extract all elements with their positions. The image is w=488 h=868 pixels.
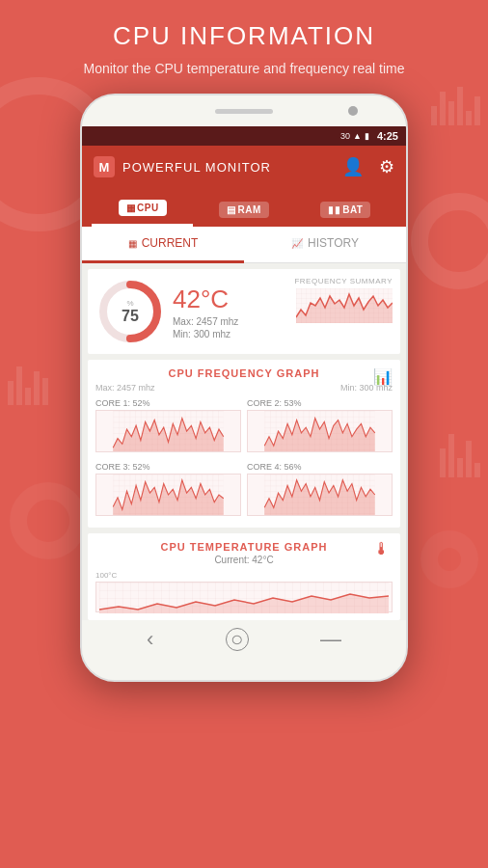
frequency-summary: FREQUENCY SUMMARY [294, 277, 393, 327]
temp-section: CPU TEMPERATURE GRAPH 🌡 Current: 42°C 10… [88, 533, 400, 620]
frequency-mini-chart [296, 288, 393, 323]
temp-current-label: Current: 42°C [95, 555, 393, 565]
tab-ram[interactable]: ▤ RAM [193, 192, 294, 227]
core3-chart: CORE 3: 52% [95, 462, 241, 520]
core4-svg [247, 474, 393, 516]
freq-max-label: Max: 2457 mhz [95, 383, 155, 393]
freq-graph-icon: 📊 [373, 367, 393, 386]
ram-tab-label: ▤ RAM [219, 202, 269, 218]
phone-nav-bar: ‹ ○ — [82, 620, 406, 659]
view-tabs: ▦ CURRENT 📈 HISTORY [82, 227, 406, 263]
temp-svg [96, 583, 392, 613]
cpu-freq-title: CPU FREQUENCY GRAPH [95, 367, 393, 379]
menu-button[interactable]: — [320, 627, 341, 652]
core1-label: CORE 1: 52% [95, 398, 241, 408]
freq-summary-label: FREQUENCY SUMMARY [294, 277, 393, 285]
settings-icon[interactable]: ⚙ [379, 156, 394, 177]
percent-label: % [122, 299, 139, 308]
tab-history[interactable]: 📈 HISTORY [244, 227, 406, 263]
core4-label: CORE 4: 56% [247, 462, 393, 472]
temp-axis-label: 100°C [95, 571, 393, 580]
core3-svg [95, 474, 241, 516]
min-freq: Min: 300 mhz [173, 329, 391, 339]
cpu-tab-label: ▦ CPU [119, 200, 167, 216]
tab-battery[interactable]: ▮▮ BAT [295, 192, 396, 227]
donut-chart: % 75 [97, 279, 163, 344]
freq-subtitle: Max: 2457 mhz Min: 300 mhz [95, 383, 393, 393]
tab-cpu[interactable]: ▦ CPU [92, 192, 193, 227]
core4-chart: CORE 4: 56% [247, 462, 393, 520]
signal-icon: ▲ [353, 131, 362, 141]
back-button[interactable]: ‹ [147, 627, 153, 652]
app-logo: M [94, 156, 115, 177]
screen-content: ▦ CURRENT 📈 HISTORY % 75 [82, 227, 406, 620]
core1-chart: CORE 1: 52% [95, 398, 241, 456]
current-tab-label: CURRENT [142, 236, 199, 250]
core2-chart: CORE 2: 53% [247, 398, 393, 456]
phone-camera [348, 106, 358, 116]
phone-top-bar [82, 95, 406, 126]
battery-icon: ▮ [365, 131, 369, 141]
core3-label: CORE 3: 52% [95, 462, 241, 472]
temp-section-title: CPU TEMPERATURE GRAPH [95, 541, 393, 553]
temp-chart [95, 582, 393, 612]
ram-icon: ▤ [227, 204, 236, 215]
cpu-freq-section: CPU FREQUENCY GRAPH 📊 Max: 2457 mhz Min:… [88, 360, 400, 528]
tab-current[interactable]: ▦ CURRENT [82, 227, 244, 263]
phone-speaker [215, 109, 273, 114]
person-icon[interactable]: 👤 [342, 156, 364, 177]
core-grid: CORE 1: 52% CORE [95, 398, 393, 520]
status-bar: 30 ▲ ▮ 4:25 [82, 126, 406, 146]
summary-card: % 75 42°C Max: 2457 mhz Min: 300 mhz FRE… [88, 269, 400, 354]
app-name: POWERFUL MONITOR [122, 160, 327, 175]
history-tab-label: HISTORY [308, 236, 359, 250]
main-tab-bar: ▦ CPU ▤ RAM ▮▮ BAT [82, 188, 406, 227]
page-subtitle: Monitor the CPU temperature and frequenc… [83, 61, 404, 76]
page-title: CPU INFORMATION [83, 21, 404, 51]
home-button[interactable]: ○ [226, 628, 249, 651]
donut-center: % 75 [122, 299, 139, 325]
current-tab-icon: ▦ [128, 238, 137, 249]
percent-value: 75 [122, 308, 139, 324]
title-area: CPU INFORMATION Monitor the CPU temperat… [83, 21, 404, 76]
history-tab-icon: 📈 [291, 238, 303, 249]
status-icons: 30 ▲ ▮ [340, 131, 369, 141]
thermometer-icon: 🌡 [373, 539, 391, 559]
core2-svg [247, 410, 393, 452]
cpu-icon: ▦ [126, 203, 136, 213]
status-time: 4:25 [377, 130, 398, 142]
phone-bottom [82, 659, 406, 680]
battery-tab-icon: ▮▮ [328, 204, 340, 215]
battery-tab-label: ▮▮ BAT [320, 202, 370, 218]
status-number: 30 [340, 131, 350, 141]
core2-label: CORE 2: 53% [247, 398, 393, 408]
phone-frame: 30 ▲ ▮ 4:25 M POWERFUL MONITOR 👤 ⚙ ▦ CPU… [80, 94, 408, 682]
core1-svg [95, 410, 241, 452]
app-bar: M POWERFUL MONITOR 👤 ⚙ [82, 146, 406, 188]
